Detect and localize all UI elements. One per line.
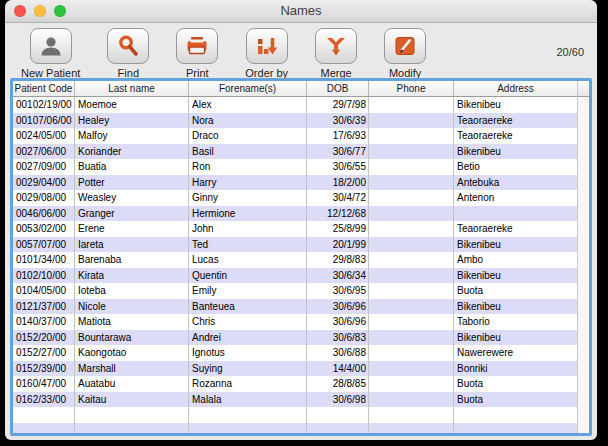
table-cell: 0162/33/00 xyxy=(13,392,75,408)
table-cell: Marshall xyxy=(75,361,189,377)
table-row[interactable]: 00107/06/00HealeyNora30/6/39Teaoraereke xyxy=(13,113,577,129)
modify-button[interactable]: Modify xyxy=(384,28,426,79)
table-cell: Quentin xyxy=(189,268,307,284)
table-cell: Koriander xyxy=(75,144,189,160)
table-cell: 0121/37/00 xyxy=(13,299,75,315)
table-row[interactable]: 00102/19/00MoemoeAlex29/7/98Bikenibeu xyxy=(13,97,577,113)
table-row[interactable]: 0046/06/00GrangerHermione12/12/68 xyxy=(13,206,577,222)
table-cell xyxy=(369,252,454,268)
table-cell: 0140/37/00 xyxy=(13,314,75,330)
table-cell: Harry xyxy=(189,175,307,191)
table-cell: 0152/27/00 xyxy=(13,345,75,361)
table-cell: Bikenibeu xyxy=(454,144,577,160)
table-cell: Moemoe xyxy=(75,97,189,113)
table-row[interactable]: 0027/06/00KorianderBasil30/6/77Bikenibeu xyxy=(13,144,577,160)
scrollbar-header-cap xyxy=(578,81,589,97)
names-window: Names New Patient xyxy=(5,0,597,440)
table-cell: Ambo xyxy=(454,252,577,268)
table-row[interactable]: 0024/05/00MalfoyDraco17/6/93Teaoraereke xyxy=(13,128,577,144)
table-cell xyxy=(13,423,75,434)
table-cell: 0024/05/00 xyxy=(13,128,75,144)
table-row[interactable]: 0152/39/00MarshallSuying14/4/00Bonriki xyxy=(13,361,577,377)
table-row[interactable]: 0029/04/00PotterHarry18/2/00Antebuka xyxy=(13,175,577,191)
find-button[interactable]: Find xyxy=(107,28,149,79)
new-patient-person-icon xyxy=(38,34,64,58)
table-row[interactable]: 0029/08/00WeasleyGinny30/4/72Antenon xyxy=(13,190,577,206)
table-cell: Buota xyxy=(454,376,577,392)
table-header-row: Patient CodeLast nameForename(s)DOBPhone… xyxy=(13,81,577,97)
table-cell: 29/8/83 xyxy=(307,252,369,268)
table-cell: 0046/06/00 xyxy=(13,206,75,222)
table-cell xyxy=(369,376,454,392)
table-cell: 0102/10/00 xyxy=(13,268,75,284)
table-cell: 30/6/34 xyxy=(307,268,369,284)
table-cell: Betio xyxy=(454,159,577,175)
table-cell: Granger xyxy=(75,206,189,222)
table-body: 00102/19/00MoemoeAlex29/7/98Bikenibeu001… xyxy=(13,97,577,433)
table-cell: 0057/07/00 xyxy=(13,237,75,253)
table-row[interactable]: 0160/47/00AuatabuRozanna28/8/85Buota xyxy=(13,376,577,392)
record-count: 20/60 xyxy=(556,46,584,58)
table-cell: Bikenibeu xyxy=(454,237,577,253)
table-cell: 00102/19/00 xyxy=(13,97,75,113)
find-magnifier-icon xyxy=(115,34,141,58)
table-cell xyxy=(369,330,454,346)
table-row[interactable]: 0102/10/00KirataQuentin30/6/34Bikenibeu xyxy=(13,268,577,284)
table-cell xyxy=(369,144,454,160)
table-row[interactable]: 0104/05/00IotebaEmily30/6/95Buota xyxy=(13,283,577,299)
table-cell: 25/8/99 xyxy=(307,221,369,237)
table-cell: Potter xyxy=(75,175,189,191)
column-header-patient-code[interactable]: Patient Code xyxy=(13,81,75,96)
print-printer-icon xyxy=(184,34,210,58)
table-row[interactable]: 0152/27/00KaongotaoIgnotus30/6/88Nawerew… xyxy=(13,345,577,361)
table-cell xyxy=(454,206,577,222)
table-row[interactable]: 0140/37/00MatiotaChris30/6/96Taborio xyxy=(13,314,577,330)
table-cell xyxy=(369,175,454,191)
table-cell: 0027/09/00 xyxy=(13,159,75,175)
table-row[interactable]: 0162/33/00KaitauMalala30/6/98Buota xyxy=(13,392,577,408)
table-cell xyxy=(369,361,454,377)
table-row[interactable]: 0027/09/00BuatiaRon30/6/55Betio xyxy=(13,159,577,175)
table-cell: 0029/04/00 xyxy=(13,175,75,191)
table-cell: Bikenibeu xyxy=(454,268,577,284)
table-cell: 30/6/39 xyxy=(307,113,369,129)
column-header-last-name[interactable]: Last name xyxy=(75,81,189,96)
table-cell: 0152/20/00 xyxy=(13,330,75,346)
column-header-dob[interactable]: DOB xyxy=(307,81,369,96)
table-cell: Bikenibeu xyxy=(454,299,577,315)
column-header-phone[interactable]: Phone xyxy=(369,81,454,96)
table-cell: Antebuka xyxy=(454,175,577,191)
merge-button[interactable]: Merge xyxy=(315,28,357,79)
table-cell: 00107/06/00 xyxy=(13,113,75,129)
screenshot-root: { "window": { "title": "Names", "count":… xyxy=(0,0,608,446)
table-cell xyxy=(369,345,454,361)
table-cell: Iareta xyxy=(75,237,189,253)
table-cell: Matiota xyxy=(75,314,189,330)
table-cell xyxy=(369,314,454,330)
table-cell: Bountarawa xyxy=(75,330,189,346)
table-cell: Lucas xyxy=(189,252,307,268)
table-cell: Hermione xyxy=(189,206,307,222)
new-patient-button[interactable]: New Patient xyxy=(21,28,80,79)
table-row[interactable]: 0101/34/00BarenabaLucas29/8/83Ambo xyxy=(13,252,577,268)
vertical-scrollbar[interactable] xyxy=(577,81,589,433)
print-button[interactable]: Print xyxy=(176,28,218,79)
table-cell xyxy=(369,407,454,423)
order-by-button[interactable]: Order by xyxy=(245,28,288,79)
table-cell: 18/2/00 xyxy=(307,175,369,191)
table-cell: John xyxy=(189,221,307,237)
table-cell: Draco xyxy=(189,128,307,144)
table-cell: Teaoraereke xyxy=(454,113,577,129)
table-row[interactable]: 0121/37/00NicoleBanteuea30/6/96Bikenibeu xyxy=(13,299,577,315)
column-header-address[interactable]: Address xyxy=(454,81,577,96)
order-by-sort-icon xyxy=(254,34,280,58)
empty-table-row xyxy=(13,407,577,423)
column-header-forename-s-[interactable]: Forename(s) xyxy=(189,81,307,96)
table-cell: Andrei xyxy=(189,330,307,346)
table-cell: Teaoraereke xyxy=(454,128,577,144)
table-row[interactable]: 0152/20/00BountarawaAndrei30/6/83Bikenib… xyxy=(13,330,577,346)
table-row[interactable]: 0057/07/00IaretaTed20/1/99Bikenibeu xyxy=(13,237,577,253)
table-row[interactable]: 0053/02/00EreneJohn25/8/99Teaoraereke xyxy=(13,221,577,237)
table-cell xyxy=(369,97,454,113)
table-cell: Ron xyxy=(189,159,307,175)
